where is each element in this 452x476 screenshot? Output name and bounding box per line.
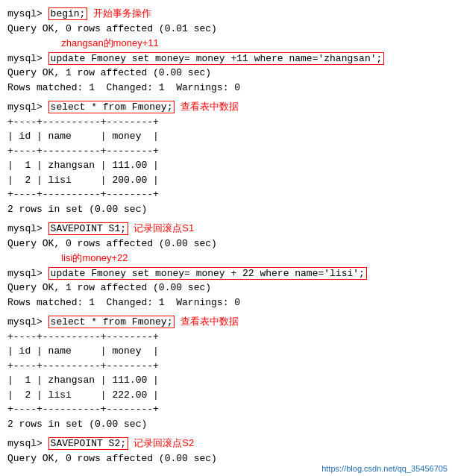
mysql-prompt: mysql> — [7, 8, 48, 19]
output-line: +----+----------+--------+ — [7, 115, 445, 130]
command-line: mysql> SAVEPOINT S2; 记录回滚点S2 — [7, 436, 445, 451]
sql-command: SAVEPOINT S2; — [48, 437, 128, 450]
sql-command: update Fmoney set money= money +11 where… — [48, 52, 385, 65]
mysql-prompt: mysql> — [7, 268, 48, 279]
output-line: Rows matched: 1 Changed: 1 Warnings: 0 — [7, 81, 445, 95]
sql-command: select * from Fmoney; — [48, 316, 175, 328]
output-line: | 2 | lisi | 200.00 | — [7, 173, 445, 188]
command-line: mysql> update Fmoney set money= money +1… — [7, 51, 445, 66]
command-annotation: 开始事务操作 — [87, 7, 151, 19]
output-line: Rows matched: 1 Changed: 1 Warnings: 0 — [7, 295, 445, 310]
command-annotation: 查看表中数据 — [175, 316, 238, 327]
sql-command: begin; — [48, 7, 88, 20]
output-line: 2 rows in set (0.00 sec) — [7, 417, 445, 432]
command-line: mysql> SAVEPOINT S1; 记录回滚点S1 — [7, 221, 445, 237]
annotation-line: lisi的money+22 — [7, 251, 445, 266]
output-line: +----+----------+--------+ — [7, 359, 445, 374]
output-line: Query OK, 1 row affected (0.00 sec) — [7, 281, 445, 295]
output-line: | 1 | zhangsan | 111.00 | — [7, 158, 445, 173]
mysql-prompt: mysql> — [7, 316, 48, 328]
output-line: +----+----------+--------+ — [7, 187, 445, 202]
output-line: 2 rows in set (0.00 sec) — [7, 202, 445, 217]
command-line: mysql> begin; 开始事务操作 — [7, 6, 445, 22]
sql-command: SAVEPOINT S1; — [48, 222, 128, 235]
output-line: +----+----------+--------+ — [7, 144, 445, 159]
command-line: mysql> update Fmoney set money= money + … — [7, 266, 445, 281]
output-line: | 1 | zhangsan | 111.00 | — [7, 373, 445, 388]
output-line: Query OK, 1 row affected (0.00 sec) — [7, 66, 445, 81]
command-annotation: 查看表中数据 — [175, 101, 238, 112]
mysql-prompt: mysql> — [7, 101, 48, 113]
output-line: | id | name | money | — [7, 344, 445, 359]
sql-command: select * from Fmoney; — [48, 101, 175, 113]
output-line: | 2 | lisi | 222.00 | — [7, 388, 445, 403]
command-line: mysql> select * from Fmoney; 查看表中数据 — [7, 314, 445, 330]
command-line: mysql> select * from Fmoney; 查看表中数据 — [7, 99, 445, 115]
watermark-link[interactable]: https://blog.csdn.net/qq_35456705 — [321, 464, 448, 473]
output-line: Query OK, 0 rows affected (0.00 sec) — [7, 237, 445, 251]
command-annotation: 记录回滚点S1 — [128, 222, 194, 234]
output-line: Query OK, 0 rows affected (0.01 sec) — [7, 22, 445, 37]
output-line: +----+----------+--------+ — [7, 402, 445, 417]
terminal-container: mysql> begin; 开始事务操作Query OK, 0 rows aff… — [7, 6, 445, 466]
annotation-line: zhangsan的money+11 — [7, 36, 445, 51]
mysql-prompt: mysql> — [7, 223, 48, 234]
command-annotation: 记录回滚点S2 — [128, 437, 194, 448]
sql-command: update Fmoney set money= money + 22 wher… — [48, 267, 367, 280]
mysql-prompt: mysql> — [7, 53, 48, 64]
mysql-prompt: mysql> — [7, 438, 48, 449]
output-line: +----+----------+--------+ — [7, 330, 445, 345]
output-line: | id | name | money | — [7, 129, 445, 144]
